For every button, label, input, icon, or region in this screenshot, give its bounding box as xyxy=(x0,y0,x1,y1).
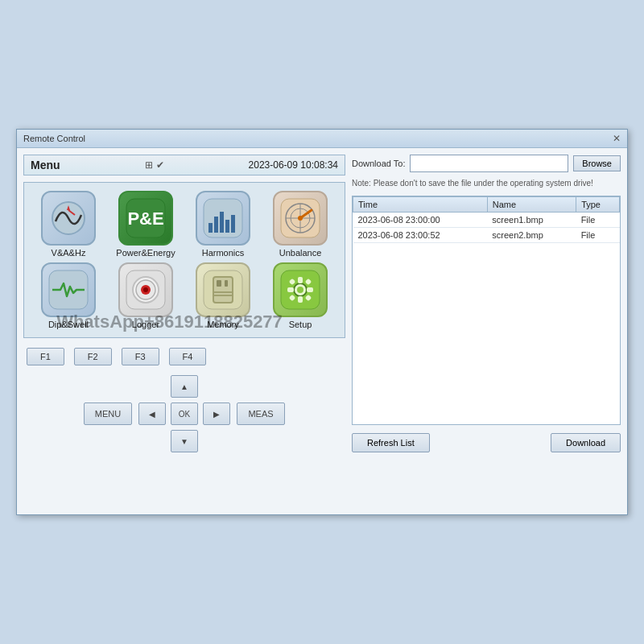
unbalance-label: Unbalance xyxy=(279,248,322,258)
window-title: Remote Control xyxy=(23,134,85,143)
app-dip[interactable]: Dip&Swell xyxy=(32,262,105,329)
window-body: Menu ⊞ ✔ 2023-06-09 10:08:34 xyxy=(17,148,627,459)
logger-label: Logger xyxy=(132,320,159,329)
pe-label: Power&Energy xyxy=(116,248,175,258)
logger-icon xyxy=(118,262,173,317)
unbal-svg xyxy=(279,197,321,239)
app-unbalance[interactable]: Unbalance xyxy=(264,191,336,258)
svg-point-23 xyxy=(143,287,148,292)
table-row[interactable]: 2023-06-08 23:00:52screen2.bmpFile xyxy=(353,228,620,243)
f3-button[interactable]: F3 xyxy=(122,348,159,365)
nav-row: ◀ OK ▶ xyxy=(138,402,230,425)
nav-area: MENU ▲ ◀ OK ▶ ▼ MEAS xyxy=(23,375,345,452)
col-type: Type xyxy=(576,197,620,213)
memory-label: Memory xyxy=(207,320,239,329)
svg-rect-25 xyxy=(213,277,233,303)
va-icon xyxy=(41,191,96,246)
dip-icon xyxy=(41,262,96,317)
logger-svg xyxy=(125,269,167,311)
svg-rect-6 xyxy=(208,223,213,233)
menu-title: Menu xyxy=(31,159,60,171)
menu-icons: ⊞ ✔ xyxy=(145,159,164,171)
setup-svg xyxy=(279,269,321,311)
unbalance-icon xyxy=(273,191,328,246)
app-memory[interactable]: Memory xyxy=(187,262,259,329)
title-bar: Remote Control ✕ xyxy=(17,130,627,148)
setup-icon xyxy=(273,262,328,317)
svg-rect-27 xyxy=(225,280,228,287)
harm-svg xyxy=(202,197,244,239)
svg-rect-9 xyxy=(225,220,229,233)
browse-button[interactable]: Browse xyxy=(573,155,621,171)
ok-button[interactable]: OK xyxy=(171,402,198,425)
bottom-buttons: Refresh List Download xyxy=(352,433,621,452)
va-label: V&A&Hz xyxy=(52,248,86,258)
download-to-input[interactable] xyxy=(410,155,568,172)
svg-rect-7 xyxy=(214,217,218,233)
harmonics-icon xyxy=(196,191,250,246)
svg-rect-8 xyxy=(220,212,224,233)
app-va[interactable]: V&A&Hz xyxy=(32,191,105,258)
svg-rect-29 xyxy=(213,295,233,296)
up-button[interactable]: ▲ xyxy=(171,375,198,398)
svg-rect-26 xyxy=(217,280,221,287)
app-setup[interactable]: Setup xyxy=(264,262,336,329)
memory-icon xyxy=(196,262,250,317)
nav-col: ▲ ◀ OK ▶ ▼ xyxy=(138,375,230,452)
svg-text:P&E: P&E xyxy=(127,208,163,229)
menu-header: Menu ⊞ ✔ 2023-06-09 10:08:34 xyxy=(23,155,345,175)
svg-rect-34 xyxy=(298,296,303,303)
harmonics-label: Harmonics xyxy=(202,248,245,258)
svg-point-32 xyxy=(297,287,303,293)
download-to-label: Download To: xyxy=(352,159,405,168)
menu-datetime: 2023-06-09 10:08:34 xyxy=(249,159,338,171)
left-panel: Menu ⊞ ✔ 2023-06-09 10:08:34 xyxy=(23,155,345,452)
app-grid: V&A&Hz P&E Power&Energy xyxy=(23,182,345,338)
cell-name: screen1.bmp xyxy=(487,213,576,228)
svg-rect-10 xyxy=(231,215,235,233)
right-panel: Download To: Browse Note: Please don't t… xyxy=(352,155,621,452)
cell-type: File xyxy=(576,228,620,243)
cell-type: File xyxy=(576,213,620,228)
cell-time: 2023-06-08 23:00:00 xyxy=(353,213,488,228)
cell-time: 2023-06-08 23:00:52 xyxy=(353,228,488,243)
svg-rect-33 xyxy=(298,277,303,283)
f2-button[interactable]: F2 xyxy=(74,348,112,365)
svg-rect-36 xyxy=(307,287,313,292)
va-svg xyxy=(47,197,89,239)
pe-svg: P&E xyxy=(125,197,167,239)
download-button[interactable]: Download xyxy=(551,433,621,452)
svg-rect-35 xyxy=(287,287,294,292)
col-time: Time xyxy=(353,197,488,213)
svg-rect-28 xyxy=(213,291,233,293)
note-text: Note: Please don't to save the file unde… xyxy=(352,179,621,188)
close-button[interactable]: ✕ xyxy=(613,133,621,144)
menu-button[interactable]: MENU xyxy=(84,402,132,425)
main-window: Remote Control ✕ WhatsApp+8619118825277 … xyxy=(16,129,628,515)
app-harmonics[interactable]: Harmonics xyxy=(187,191,259,258)
dip-svg xyxy=(47,269,89,311)
setup-label: Setup xyxy=(289,320,312,329)
memory-svg xyxy=(202,269,244,311)
table-row[interactable]: 2023-06-08 23:00:00screen1.bmpFile xyxy=(353,213,620,228)
app-pe[interactable]: P&E Power&Energy xyxy=(109,191,182,258)
download-row: Download To: Browse xyxy=(352,155,621,172)
check-icon: ✔ xyxy=(156,159,164,171)
files-list: Time Name Type 2023-06-08 23:00:00screen… xyxy=(353,196,620,243)
f1-button[interactable]: F1 xyxy=(27,348,64,365)
func-buttons: F1 F2 F3 F4 xyxy=(23,348,345,365)
file-table: Time Name Type 2023-06-08 23:00:00screen… xyxy=(352,196,621,425)
col-name: Name xyxy=(487,197,576,213)
svg-point-17 xyxy=(298,216,303,221)
grid-icon: ⊞ xyxy=(145,159,153,171)
meas-button[interactable]: MEAS xyxy=(237,402,285,425)
cell-name: screen2.bmp xyxy=(487,228,576,243)
refresh-button[interactable]: Refresh List xyxy=(352,433,430,452)
dip-label: Dip&Swell xyxy=(48,320,89,329)
right-button[interactable]: ▶ xyxy=(203,402,230,425)
app-logger[interactable]: Logger xyxy=(109,262,182,329)
down-button[interactable]: ▼ xyxy=(171,430,198,452)
left-button[interactable]: ◀ xyxy=(138,402,166,425)
f4-button[interactable]: F4 xyxy=(169,348,207,365)
pe-icon: P&E xyxy=(118,191,173,246)
